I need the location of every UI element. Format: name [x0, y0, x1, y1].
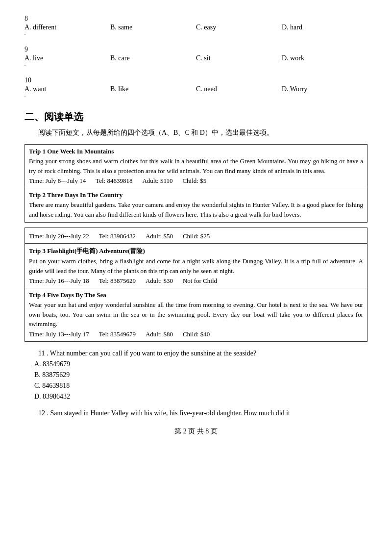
question-10-options: A. want B. like C. need D. Worry	[24, 85, 368, 93]
trip1-title: Trip 1 One Week In Mountains	[29, 148, 363, 155]
trip3-time: Time: July 16---July 18	[29, 277, 89, 285]
question-9-block: 9 A. live B. care C. sit D. work ·	[24, 46, 368, 68]
trip4-tel: Tel: 83549679	[99, 330, 136, 338]
q11-option-a: A. 83549679	[34, 360, 368, 368]
trip1-time-row: Time: July 8---July 14 Tel: 84639818 Adu…	[29, 177, 363, 185]
q11-option-d: D. 83986432	[34, 393, 368, 401]
trip2-adult: Adult: $50	[146, 232, 173, 240]
trip2-child: Child: $25	[183, 232, 210, 240]
question-10-num: 10	[24, 76, 368, 84]
trip4-title: Trip 4 Five Days By The Sea	[29, 291, 363, 299]
trip2-title: Trip 2 Three Days In The Country	[29, 191, 363, 199]
trip3-time-row: Time: July 16---July 18 Tel: 83875629 Ad…	[29, 277, 363, 285]
q8-option-c: C. easy	[196, 24, 282, 31]
trip4-adult: Adult: $80	[146, 330, 173, 338]
q8-option-b: B. same	[110, 24, 196, 31]
trip4-time-row: Time: July 13---July 17 Tel: 83549679 Ad…	[29, 330, 363, 338]
question-9-num: 9	[24, 46, 368, 53]
question-10-block: 10 A. want B. like C. need D. Worry ·	[24, 76, 368, 99]
question-12-block: 12 . Sam stayed in Hunter Valley with hi…	[24, 409, 368, 417]
question-12-text: 12 . Sam stayed in Hunter Valley with hi…	[24, 409, 368, 417]
trip3-block: Trip 3 Flashlight(手电筒) Adventure(冒险) Put…	[25, 244, 367, 288]
q10-option-b: B. like	[110, 85, 196, 93]
q11-option-c: C. 84639818	[34, 382, 368, 390]
q10-option-d: D. Worry	[282, 85, 368, 93]
trip3-child: Not for Child	[183, 277, 217, 285]
q8-option-a: A. different	[24, 24, 110, 31]
trip4-body: Wear your sun hat and enjoy wonderful su…	[29, 300, 363, 329]
reading-box-2: Time: July 20---July 22 Tel: 83986432 Ad…	[24, 227, 368, 342]
trip1-adult: Adult: $110	[142, 177, 172, 185]
q9-option-d: D. work	[282, 54, 368, 62]
trip2-body: There are many beautiful gardens. Take y…	[29, 200, 363, 219]
question-11-block: 11 . What number can you call if you wan…	[24, 350, 368, 401]
q10-option-a: A. want	[24, 85, 110, 93]
trip4-block: Trip 4 Five Days By The Sea Wear your su…	[25, 288, 367, 341]
trip2-timerow: Time: July 20---July 22 Tel: 83986432 Ad…	[25, 228, 367, 244]
q8-option-d: D. hard	[282, 24, 368, 31]
reading-box-1: Trip 1 One Week In Mountains Bring your …	[24, 144, 368, 223]
trip1-body: Bring your strong shoes and warm clothes…	[29, 156, 363, 176]
trip1-child: Child: $5	[182, 177, 206, 185]
q9-option-a: A. live	[24, 54, 110, 62]
trip1-time: Time: July 8---July 14	[29, 177, 86, 185]
q9-option-b: B. care	[110, 54, 196, 62]
question-9-options: A. live B. care C. sit D. work	[24, 54, 368, 62]
trip3-adult: Adult: $30	[146, 277, 173, 285]
trip3-title: Trip 3 Flashlight(手电筒) Adventure(冒险)	[29, 247, 363, 255]
trip4-time: Time: July 13---July 17	[29, 330, 89, 338]
q11-option-b: B. 83875629	[34, 371, 368, 379]
question-8-block: 8 A. different B. same C. easy D. hard ·	[24, 15, 368, 37]
q10-option-c: C. need	[196, 85, 282, 93]
question-8-options: A. different B. same C. easy D. hard	[24, 24, 368, 31]
trip1-block: Trip 1 One Week In Mountains Bring your …	[25, 145, 367, 188]
question-8-num: 8	[24, 15, 368, 23]
trip2-block: Trip 2 Three Days In The Country There a…	[25, 188, 367, 222]
section2-instruction: 阅读下面短文，从每题所给的四个选项（A、B、C 和 D）中，选出最佳选项。	[24, 128, 368, 137]
trip4-child: Child: $40	[183, 330, 210, 338]
trip2-tel: Tel: 83986432	[99, 232, 136, 240]
question-11-text: 11 . What number can you call if you wan…	[24, 350, 368, 357]
q9-option-c: C. sit	[196, 54, 282, 62]
trip3-body: Put on your warm clothes, bring a flashl…	[29, 256, 363, 276]
trip1-tel: Tel: 84639818	[96, 177, 132, 185]
trip2-time: Time: July 20---July 22	[29, 232, 89, 240]
trip3-tel: Tel: 83875629	[99, 277, 136, 285]
section2-title: 二、阅读单选	[24, 110, 368, 124]
trip2-time-row-data: Time: July 20---July 22 Tel: 83986432 Ad…	[29, 232, 363, 240]
page-number: 第 2 页 共 8 页	[24, 427, 368, 436]
